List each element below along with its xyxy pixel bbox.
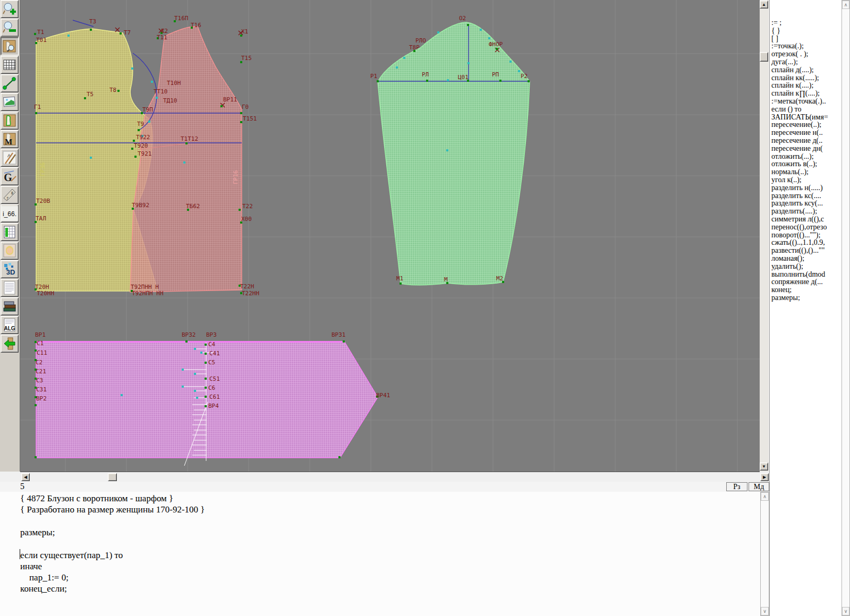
- zoom-in-button[interactable]: [1, 0, 19, 18]
- pattern-point[interactable]: [84, 97, 86, 99]
- pattern-point[interactable]: [131, 148, 133, 150]
- commands-scroll-up[interactable]: ∧: [842, 1, 849, 9]
- pattern-point[interactable]: [185, 142, 188, 144]
- command-item[interactable]: отложить в(..);: [771, 160, 840, 168]
- table-button[interactable]: [1, 223, 19, 241]
- command-item[interactable]: дуга(...);: [771, 58, 840, 66]
- exit-button[interactable]: [1, 335, 19, 353]
- pattern-point[interactable]: [138, 129, 140, 131]
- pattern-point[interactable]: [205, 405, 207, 407]
- command-item[interactable]: выполнить(dmod: [771, 271, 840, 279]
- command-item[interactable]: :=метка(точка(.)..: [771, 98, 840, 106]
- canvas-vertical-scrollbar[interactable]: ▲ ▼: [760, 0, 769, 472]
- command-item[interactable]: ломаная();: [771, 255, 840, 263]
- pattern-point[interactable]: [35, 404, 37, 406]
- command-item[interactable]: := ;: [771, 19, 840, 27]
- pattern-point[interactable]: [426, 80, 428, 82]
- command-item[interactable]: [ ]: [771, 35, 840, 43]
- editor-scroll-up[interactable]: ∧: [761, 492, 769, 501]
- view-pieces-button[interactable]: [1, 37, 19, 55]
- canvas-horizontal-scrollbar[interactable]: ◀ ▶: [0, 473, 769, 482]
- command-item[interactable]: разделить н(.....): [771, 184, 840, 192]
- command-item[interactable]: разделить(....);: [771, 208, 840, 216]
- commands-scroll-down[interactable]: ∨: [842, 607, 849, 615]
- command-item[interactable]: симметрия л((),с: [771, 216, 840, 224]
- i66-button[interactable]: i_66.: [1, 204, 19, 223]
- pattern-point[interactable]: [528, 80, 530, 82]
- command-item[interactable]: сопряжение д(...: [771, 278, 840, 286]
- pattern-point[interactable]: [35, 112, 37, 114]
- command-item[interactable]: сплайн д(....);: [771, 66, 840, 74]
- command-item[interactable]: если () то: [771, 106, 840, 114]
- pattern-point[interactable]: [117, 90, 120, 92]
- pattern-point[interactable]: [205, 362, 207, 364]
- pattern-point[interactable]: [496, 48, 498, 50]
- code-editor[interactable]: { 4872 Блузон с воротником - шарфом }{ Р…: [0, 492, 760, 616]
- sleeve-piece[interactable]: [378, 22, 530, 285]
- segment-button[interactable]: [1, 74, 19, 92]
- horizontal-scroll-thumb[interactable]: [108, 473, 117, 481]
- pattern-point[interactable]: [134, 156, 137, 158]
- pattern-point[interactable]: [133, 140, 135, 142]
- pattern-point[interactable]: [338, 456, 341, 458]
- command-item[interactable]: пересечение дн(: [771, 145, 840, 153]
- command-item[interactable]: разделить кс(....: [771, 192, 840, 200]
- pattern-point[interactable]: [35, 456, 37, 458]
- command-item[interactable]: развести((),()..."": [771, 247, 840, 255]
- command-item[interactable]: перенос((),отрезо: [771, 224, 840, 232]
- pattern-point[interactable]: [205, 344, 207, 346]
- pattern-point[interactable]: [467, 24, 469, 26]
- pattern-point[interactable]: [240, 112, 242, 114]
- vertical-scroll-thumb[interactable]: [760, 52, 768, 62]
- notes-button[interactable]: [1, 279, 19, 297]
- command-item[interactable]: отрезок( . );: [771, 50, 840, 58]
- collar-scarf-piece[interactable]: [36, 341, 378, 458]
- piece-m-button[interactable]: M: [1, 130, 19, 148]
- drafting-button[interactable]: A: [1, 149, 19, 167]
- pattern-point[interactable]: [120, 32, 122, 35]
- command-item[interactable]: сплайн к∏(....);: [771, 90, 840, 98]
- pattern-point[interactable]: [205, 353, 207, 355]
- command-item[interactable]: { }: [771, 27, 840, 35]
- pattern-point[interactable]: [240, 121, 242, 123]
- pattern-point[interactable]: [239, 209, 241, 211]
- scroll-left-button[interactable]: ◀: [21, 473, 30, 481]
- pattern-canvas[interactable]: Т1Т01Т3Т7Х2Т11Т16ПТ16Х1Т15Т5Т8Т10НТТ10ТД…: [20, 0, 760, 472]
- pattern-point[interactable]: [34, 33, 36, 35]
- editor-scroll-down[interactable]: ∨: [761, 607, 769, 615]
- threed-button[interactable]: 3D: [1, 260, 19, 278]
- command-item[interactable]: ЗАПИСАТЬ(имя=: [771, 114, 840, 122]
- image-button[interactable]: [1, 93, 19, 111]
- command-item[interactable]: угол к(..);: [771, 176, 840, 184]
- pattern-point[interactable]: [377, 80, 379, 82]
- command-item[interactable]: удалить();: [771, 263, 840, 271]
- pattern-point[interactable]: [205, 396, 207, 398]
- command-item[interactable]: поворот(()..."");: [771, 232, 840, 239]
- command-item[interactable]: сплайн кк(.....);: [771, 74, 840, 82]
- command-item[interactable]: отложить(...);: [771, 153, 840, 161]
- command-item[interactable]: сплайн к(....);: [771, 82, 840, 90]
- scroll-right-button[interactable]: ▶: [760, 473, 769, 481]
- editor-scrollbar[interactable]: ∧ ∨: [760, 492, 769, 616]
- pattern-point[interactable]: [205, 378, 207, 380]
- rz-button[interactable]: Рз: [726, 482, 747, 491]
- command-item[interactable]: сжать(()..,1.1,0.9,: [771, 239, 840, 247]
- portrait-button[interactable]: [1, 242, 19, 260]
- zoom-out-button[interactable]: [1, 19, 19, 37]
- command-item[interactable]: конец;: [771, 286, 840, 294]
- command-item[interactable]: нормаль(..);: [771, 168, 840, 176]
- command-item[interactable]: пересечение(..);: [771, 121, 840, 129]
- pattern-point[interactable]: [220, 105, 223, 107]
- scroll-down-button[interactable]: ▼: [760, 463, 768, 470]
- pattern-point[interactable]: [499, 80, 502, 82]
- ruler-button[interactable]: 78: [1, 186, 19, 204]
- piece-outline-button[interactable]: [1, 112, 19, 130]
- command-item[interactable]: размеры;: [771, 294, 840, 302]
- pattern-point[interactable]: [343, 340, 345, 343]
- grid-button[interactable]: [1, 56, 19, 74]
- pattern-point[interactable]: [400, 283, 402, 285]
- pattern-point[interactable]: [185, 340, 188, 343]
- commands-scrollbar[interactable]: ∧ ∨: [842, 0, 850, 616]
- scroll-up-button[interactable]: ▲: [760, 1, 768, 8]
- md-button[interactable]: Мд: [749, 482, 769, 491]
